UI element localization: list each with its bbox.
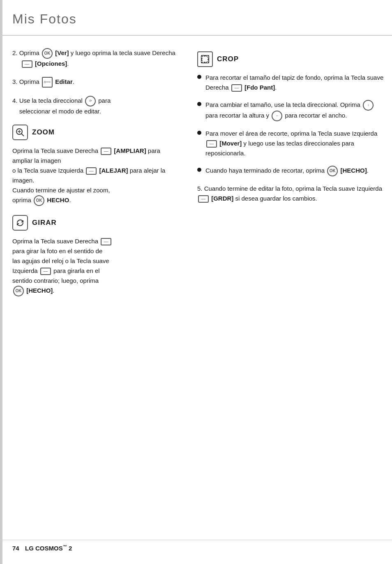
right-column: CROP Para recortar el tamaño del tapiz d…	[193, 48, 384, 305]
mover-key	[206, 140, 217, 148]
zoom-title: ZOOM	[32, 128, 55, 136]
crop-bullet-3-text: Para mover el área de recorte, oprima la…	[205, 129, 384, 158]
step-5-text: 5. Cuando termine de editar la foto, opr…	[197, 185, 382, 202]
zoom-ok-icon: OK	[34, 195, 44, 206]
step-4: 4. Use la tecla direccional ⟳ para selec…	[12, 96, 177, 116]
crop-bullet-2: Para cambiar el tamaño, use la tecla dir…	[197, 100, 384, 121]
crop-bullet-1: Para recortar el tamaño del tapiz de fon…	[197, 73, 384, 92]
crop-bullet-1-text: Para recortar el tamaño del tapiz de fon…	[205, 73, 384, 92]
bullet-dot-2	[197, 102, 201, 106]
left-column: 2. Oprima OK [Ver] y luego oprima la tec…	[12, 48, 185, 305]
girar-section-header: GIRAR	[12, 215, 177, 231]
girar-title: GIRAR	[32, 219, 57, 227]
girar-right-key	[101, 238, 111, 245]
svg-line-1	[21, 134, 24, 136]
footer-spacing	[22, 545, 25, 552]
step-2-text: 2. Oprima OK [Ver] y luego oprima la tec…	[12, 49, 175, 67]
girar-ok-icon: OK	[13, 286, 24, 296]
trademark: ™	[63, 544, 67, 549]
crop-title: CROP	[217, 55, 239, 63]
fdo-pant-key	[231, 84, 242, 92]
zoom-icon	[12, 125, 28, 140]
crop-bullet-4-text: Cuando haya terminado de recortar, oprim…	[205, 166, 369, 176]
step-4-text: 4. Use la tecla direccional ⟳ para selec…	[12, 97, 111, 115]
nav-icon: ⟳	[85, 96, 96, 106]
zoom-left-key	[86, 167, 97, 175]
crop-bullet-4: Cuando haya terminado de recortar, oprim…	[197, 166, 384, 176]
crop-icon	[197, 51, 213, 67]
step-5: 5. Cuando termine de editar la foto, opr…	[197, 184, 384, 203]
content-area: 2. Oprima OK [Ver] y luego oprima la tec…	[0, 36, 392, 313]
crop-ok-icon: OK	[327, 166, 338, 176]
girar-icon	[12, 215, 28, 231]
6mno-icon: 6mno	[42, 77, 53, 88]
crop-bullet-list: Para recortar el tamaño del tapiz de fon…	[197, 73, 384, 176]
zoom-body: Oprima la Tecla suave Derecha [AMPLIAR] …	[12, 146, 177, 206]
crop-bullet-3: Para mover el área de recorte, oprima la…	[197, 129, 384, 158]
crop-bullet-2-text: Para cambiar el tamaño, use la tecla dir…	[205, 100, 384, 121]
grdr-key	[198, 195, 209, 203]
crop-section: CROP Para recortar el tamaño del tapiz d…	[197, 51, 384, 203]
page-header: Mis Fotos	[0, 0, 392, 36]
page-container: Mis Fotos 2. Oprima OK [Ver] y luego opr…	[0, 0, 392, 564]
crop-nav-lr: ↔	[272, 111, 282, 121]
page-title: Mis Fotos	[12, 12, 376, 27]
zoom-section: ZOOM Oprima la Tecla suave Derecha [AMPL…	[12, 125, 177, 206]
step-3: 3. Oprima 6mno Editar.	[12, 77, 177, 88]
crop-section-header: CROP	[197, 51, 384, 67]
step-2: 2. Oprima OK [Ver] y luego oprima la tec…	[12, 48, 177, 69]
right-key-icon	[22, 60, 32, 68]
page-footer: 74 LG COSMOS™ 2	[0, 540, 392, 556]
zoom-section-header: ZOOM	[12, 125, 177, 140]
footer-brand: LG COSMOS™ 2	[25, 544, 72, 552]
bullet-dot-1	[197, 75, 201, 79]
bullet-dot-4	[197, 168, 201, 172]
girar-section: GIRAR Oprima la Tecla suave Derecha para…	[12, 215, 177, 296]
left-border-accent	[0, 0, 2, 564]
step-3-text: 3. Oprima 6mno Editar.	[12, 78, 74, 85]
zoom-right-key	[101, 148, 111, 155]
girar-body: Oprima la Tecla suave Derecha para girar…	[12, 236, 177, 296]
ok-icon: OK	[42, 48, 53, 59]
girar-left-key	[40, 268, 51, 275]
crop-nav-up: ↕	[363, 100, 374, 111]
footer-page-number: 74	[12, 545, 19, 552]
bullet-dot-3	[197, 131, 201, 135]
